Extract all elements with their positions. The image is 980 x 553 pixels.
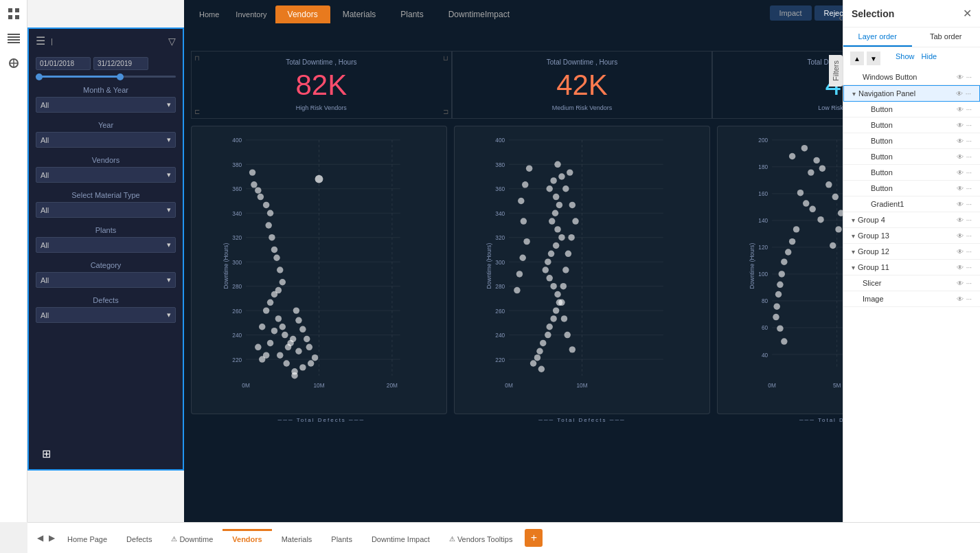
filter-select-6[interactable]: All ▾ [36, 307, 176, 323]
eye-icon[interactable]: 👁 [957, 137, 964, 145]
more-icon[interactable]: ··· [966, 153, 972, 161]
filter-select-2[interactable]: All ▾ [36, 167, 176, 183]
layer-item[interactable]: Button 👁 ··· [843, 133, 980, 149]
eye-icon[interactable]: 👁 [957, 185, 964, 192]
svg-point-186 [785, 249, 791, 255]
layer-item[interactable]: Gradient1 👁 ··· [843, 196, 980, 212]
format-icon[interactable] [5, 55, 22, 71]
next-page-button[interactable]: ▶ [46, 530, 58, 545]
hide-all-button[interactable]: Hide [922, 52, 937, 60]
svg-text:0M: 0M [768, 383, 776, 389]
show-all-button[interactable]: Show [896, 52, 915, 60]
date-start-input[interactable]: 01/01/2018 [36, 57, 91, 70]
more-icon[interactable]: ··· [966, 201, 972, 208]
eye-icon[interactable]: 👁 [957, 74, 964, 81]
page-tab-downtime-impact[interactable]: Downtime Impact [362, 529, 440, 548]
svg-point-75 [299, 326, 306, 332]
eye-icon[interactable]: 👁 [957, 122, 964, 129]
layer-item[interactable]: ▾ Group 4 👁 ··· [843, 212, 980, 228]
svg-text:260: 260 [232, 308, 242, 315]
more-icon[interactable]: ··· [966, 248, 972, 256]
layer-item[interactable]: Button 👁 ··· [843, 117, 980, 133]
layer-item[interactable]: Button 👁 ··· [843, 149, 980, 165]
layer-item[interactable]: Slicer 👁 ··· [843, 275, 980, 291]
windows-button[interactable]: ⊞ [36, 443, 56, 464]
tab-inventory[interactable]: Inventory [227, 6, 275, 23]
filter-select-0[interactable]: All ▾ [36, 97, 176, 113]
eye-icon[interactable]: 👁 [957, 153, 964, 161]
tab-plants[interactable]: Plants [388, 5, 435, 23]
eye-icon[interactable]: 👁 [957, 216, 964, 224]
more-icon[interactable]: ··· [966, 74, 972, 81]
more-icon[interactable]: ··· [966, 137, 972, 145]
page-tab-materials[interactable]: Materials [272, 529, 322, 548]
filter-icon[interactable]: ▽ [168, 36, 176, 47]
layer-item[interactable]: Windows Button 👁 ··· [843, 69, 980, 85]
eye-icon[interactable]: 👁 [956, 90, 963, 98]
layer-item[interactable]: Button 👁 ··· [843, 165, 980, 181]
more-icon[interactable]: ··· [966, 280, 972, 287]
prev-page-button[interactable]: ◀ [34, 530, 46, 545]
svg-text:100: 100 [758, 271, 768, 278]
layer-item-icons: 👁 ··· [957, 122, 972, 129]
filter-select-4[interactable]: All ▾ [36, 237, 176, 253]
page-tab-downtime[interactable]: ⚠Downtime [161, 529, 223, 548]
eye-icon[interactable]: 👁 [957, 201, 964, 208]
page-tab-defects[interactable]: Defects [117, 529, 161, 548]
svg-point-141 [569, 346, 576, 352]
more-icon[interactable]: ··· [966, 264, 972, 271]
page-tab-vendors[interactable]: Vendors [223, 529, 271, 548]
more-icon[interactable]: ··· [966, 122, 972, 129]
layer-item[interactable]: ▾ Navigation Panel 👁 ··· [843, 85, 980, 102]
filter-select-5[interactable]: All ▾ [36, 272, 176, 288]
layer-item[interactable]: Button 👁 ··· [843, 181, 980, 196]
page-tab-home-page[interactable]: Home Page [58, 529, 117, 548]
eye-icon[interactable]: 👁 [957, 169, 964, 177]
eye-icon[interactable]: 👁 [957, 106, 964, 113]
impact-button[interactable]: Impact [770, 5, 812, 21]
tab-materials[interactable]: Materials [330, 5, 389, 23]
more-icon[interactable]: ··· [966, 106, 972, 113]
arrow-up-button[interactable]: ▲ [850, 52, 864, 65]
layer-item[interactable]: ▾ Group 12 👁 ··· [843, 244, 980, 260]
more-icon[interactable]: ··· [966, 232, 972, 240]
more-icon[interactable]: ··· [966, 185, 972, 192]
add-page-button[interactable]: + [525, 529, 543, 547]
page-tab-vendors-tooltips[interactable]: ⚠Vendors Tooltips [440, 529, 523, 548]
more-icon[interactable]: ··· [966, 169, 972, 177]
layer-item[interactable]: ▾ Group 13 👁 ··· [843, 228, 980, 244]
layer-item[interactable]: Image 👁 ··· [843, 291, 980, 307]
corner-tl-1: ⊓ [194, 54, 200, 62]
table-icon[interactable] [5, 30, 22, 47]
svg-text:80: 80 [762, 298, 768, 304]
more-icon[interactable]: ··· [966, 90, 971, 98]
tab-downtime-impact[interactable]: DowntimeImpact [436, 5, 522, 23]
svg-point-64 [263, 202, 269, 208]
filters-label[interactable]: Filters [829, 55, 843, 87]
svg-text:40: 40 [762, 352, 768, 359]
page-tab-plants[interactable]: Plants [321, 529, 362, 548]
more-icon[interactable]: ··· [966, 295, 972, 303]
tab-tab-order[interactable]: Tab order [912, 27, 981, 47]
layer-item[interactable]: Button 👁 ··· [843, 102, 980, 117]
eye-icon[interactable]: 👁 [957, 280, 964, 287]
tab-home[interactable]: Home [191, 6, 227, 23]
tab-vendors[interactable]: Vendors [275, 5, 330, 23]
eye-icon[interactable]: 👁 [957, 295, 964, 303]
layer-item[interactable]: ▾ Group 11 👁 ··· [843, 260, 980, 275]
eye-icon[interactable]: 👁 [957, 248, 964, 256]
arrow-down-button[interactable]: ▼ [867, 52, 880, 65]
hamburger-icon[interactable]: ☰ [36, 34, 45, 47]
svg-point-117 [546, 275, 552, 281]
more-icon[interactable]: ··· [966, 216, 972, 224]
filter-select-1[interactable]: All ▾ [36, 132, 176, 148]
grid-icon[interactable] [5, 5, 22, 22]
eye-icon[interactable]: 👁 [957, 232, 964, 240]
layer-item-left: ▾ Group 13 [852, 232, 889, 240]
eye-icon[interactable]: 👁 [957, 264, 964, 271]
filter-select-3[interactable]: All ▾ [36, 202, 176, 218]
svg-point-114 [548, 251, 554, 257]
tab-layer-order[interactable]: Layer order [843, 27, 912, 47]
date-end-input[interactable]: 31/12/2019 [93, 57, 148, 70]
close-button[interactable]: ✕ [963, 7, 972, 20]
